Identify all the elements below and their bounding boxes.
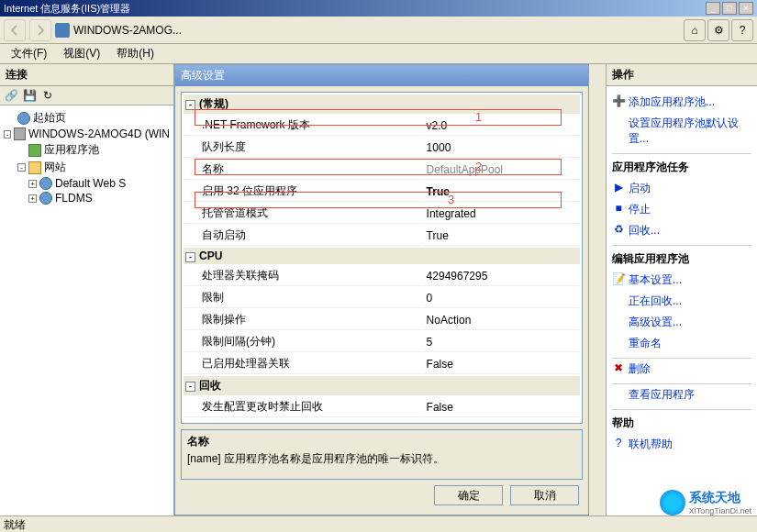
action-view-apps[interactable]: 查看应用程序 [612,384,751,405]
action-online-help[interactable]: ?联机帮助 [612,434,751,455]
tree-app-pools[interactable]: 应用程序池 [4,141,170,159]
add-icon: ➕ [612,94,625,107]
row-name[interactable]: 名称DefaultAppPool [184,160,580,180]
action-delete[interactable]: ✖删除 [612,359,751,380]
description-title: 名称 [187,434,576,449]
category-general[interactable]: -(常规) [184,94,580,114]
center-panel: 高级设置 -(常规) .NET Framework 版本v2.0 队列长度100… [174,64,606,515]
watermark-brand: 系统天地 [689,490,751,506]
watermark-icon [660,490,685,515]
property-grid[interactable]: -(常规) .NET Framework 版本v2.0 队列长度1000 名称D… [181,92,583,424]
site-icon [39,192,52,205]
settings-icon: 📝 [612,272,625,285]
section-pool-tasks: 应用程序池任务 [612,153,751,178]
row-limit[interactable]: 限制0 [184,288,580,308]
delete-icon: ✖ [612,361,625,374]
minimize-button[interactable]: _ [706,2,720,15]
close-button[interactable]: × [739,2,753,15]
statusbar: 就绪 [0,515,757,532]
advanced-settings-dialog: 高级设置 -(常规) .NET Framework 版本v2.0 队列长度100… [174,64,589,515]
settings-icon[interactable]: ⚙ [707,19,729,41]
row-queue-length[interactable]: 队列长度1000 [184,138,580,158]
section-edit-pool: 编辑应用程序池 [612,245,751,270]
row-affinity-mask[interactable]: 处理器关联掩码4294967295 [184,266,580,286]
home-icon[interactable]: ⌂ [684,19,706,41]
menu-view[interactable]: 视图(V) [56,44,107,63]
dialog-title: 高级设置 [175,65,588,86]
action-advanced-settings[interactable]: 高级设置... [612,312,751,333]
row-disable-config-recycle[interactable]: 发生配置更改时禁止回收False [184,397,580,417]
row-autostart[interactable]: 自动启动True [184,226,580,246]
watermark: 系统天地 XiTongTianDi.net [660,490,751,515]
category-recycle[interactable]: -回收 [184,376,580,395]
description-text: [name] 应用程序池名称是应用程序池的唯一标识符。 [187,451,576,467]
collapse-icon[interactable]: - [4,130,11,139]
server-icon [55,23,70,38]
back-button[interactable] [4,19,26,41]
window-title: Internet 信息服务(IIS)管理器 [4,2,130,16]
actions-panel: 操作 ➕添加应用程序池... 设置应用程序池默认设置... 应用程序池任务 ▶启… [606,64,757,515]
connections-toolbar: 🔗 💾 ↻ [0,86,173,105]
category-cpu[interactable]: -CPU [184,248,580,264]
pool-icon [28,144,41,157]
menu-help[interactable]: 帮助(H) [109,44,161,63]
row-pipeline[interactable]: 托管管道模式Integrated [184,204,580,224]
connect-icon[interactable]: 🔗 [4,88,18,103]
server-icon [14,127,26,140]
section-help: 帮助 [612,409,751,434]
play-icon: ▶ [612,181,625,194]
row-affinity-enabled[interactable]: 已启用处理器关联False [184,354,580,374]
tree-default-site[interactable]: +Default Web S [4,176,170,191]
row-netframework[interactable]: .NET Framework 版本v2.0 [184,116,580,136]
watermark-url: XiTongTianDi.net [689,506,751,515]
collapse-icon[interactable]: - [185,100,195,110]
menu-file[interactable]: 文件(F) [4,44,54,63]
collapse-icon[interactable]: - [185,252,195,262]
address-bar[interactable]: WINDOWS-2AMOG... [55,23,680,38]
menubar: 文件(F) 视图(V) 帮助(H) [0,44,757,64]
ok-button[interactable]: 确定 [434,485,503,505]
expand-icon[interactable]: + [28,180,37,188]
action-set-defaults[interactable]: 设置应用程序池默认设置... [612,113,751,150]
help-icon[interactable]: ? [731,19,753,41]
arrow-right-icon [34,24,47,37]
status-text: 就绪 [4,518,26,531]
site-icon [39,177,52,190]
forward-button[interactable] [29,19,51,41]
action-stop[interactable]: ■停止 [612,199,751,220]
action-recycling[interactable]: 正在回收... [612,291,751,312]
address-path: WINDOWS-2AMOG... [73,24,182,37]
recycle-icon: ♻ [612,223,625,236]
expand-icon[interactable]: + [28,194,37,203]
tree-server[interactable]: -WINDOWS-2AMOG4D (WIN [4,127,170,141]
arrow-left-icon [8,24,21,37]
row-limit-action[interactable]: 限制操作NoAction [184,310,580,330]
collapse-icon[interactable]: - [17,163,26,172]
titlebar: Internet 信息服务(IIS)管理器 _ □ × [0,0,757,17]
tree-sites[interactable]: -网站 [4,159,170,176]
cancel-button[interactable]: 取消 [510,485,579,505]
address-toolbar: WINDOWS-2AMOG... ⌂ ⚙ ? [0,17,757,44]
maximize-button[interactable]: □ [722,2,737,15]
collapse-icon[interactable]: - [185,382,195,392]
action-rename[interactable]: 重命名 [612,333,751,354]
window-controls: _ □ × [706,2,753,15]
action-start[interactable]: ▶启动 [612,178,751,199]
connections-header: 连接 [0,64,173,86]
tree-fldms[interactable]: +FLDMS [4,191,170,205]
actions-header: 操作 [607,64,757,86]
action-basic-settings[interactable]: 📝基本设置... [612,270,751,291]
action-recycle[interactable]: ♻回收... [612,220,751,241]
row-limit-interval[interactable]: 限制间隔(分钟)5 [184,332,580,352]
row-periodic-time[interactable]: 固定时间间隔(分钟)1740 [184,419,580,424]
row-enable-32bit[interactable]: 启用 32 位应用程序True [184,182,580,202]
tree-view[interactable]: 起始页 -WINDOWS-2AMOG4D (WIN 应用程序池 -网站 +Def… [0,105,173,515]
save-icon[interactable]: 💾 [22,88,37,103]
folder-icon [28,161,41,174]
globe-icon [17,112,30,125]
tree-start-page[interactable]: 起始页 [4,109,170,127]
description-panel: 名称 [name] 应用程序池名称是应用程序池的唯一标识符。 [181,429,583,480]
refresh-icon[interactable]: ↻ [40,88,55,103]
action-add-pool[interactable]: ➕添加应用程序池... [612,92,751,113]
dialog-buttons: 确定 取消 [175,485,588,515]
